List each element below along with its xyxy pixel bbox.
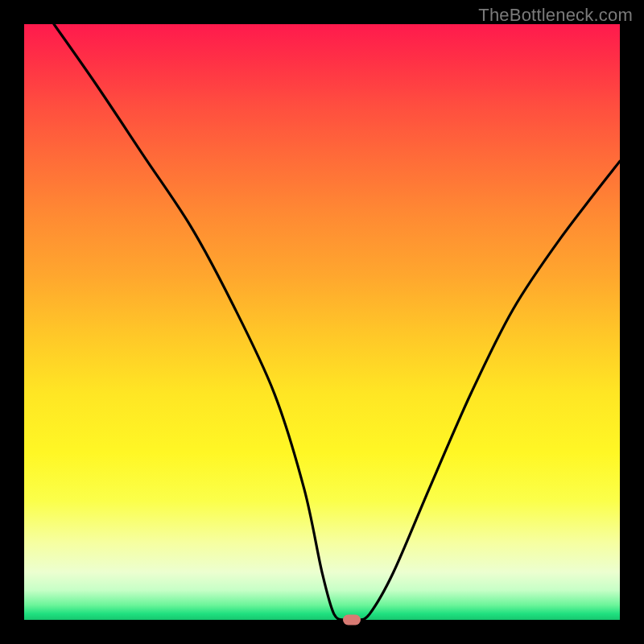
watermark-text: TheBottleneck.com	[478, 5, 633, 26]
minimum-marker	[343, 615, 361, 625]
bottleneck-curve	[24, 24, 620, 620]
plot-area	[24, 24, 620, 620]
curve-path	[54, 24, 620, 620]
chart-frame: TheBottleneck.com	[0, 0, 644, 644]
